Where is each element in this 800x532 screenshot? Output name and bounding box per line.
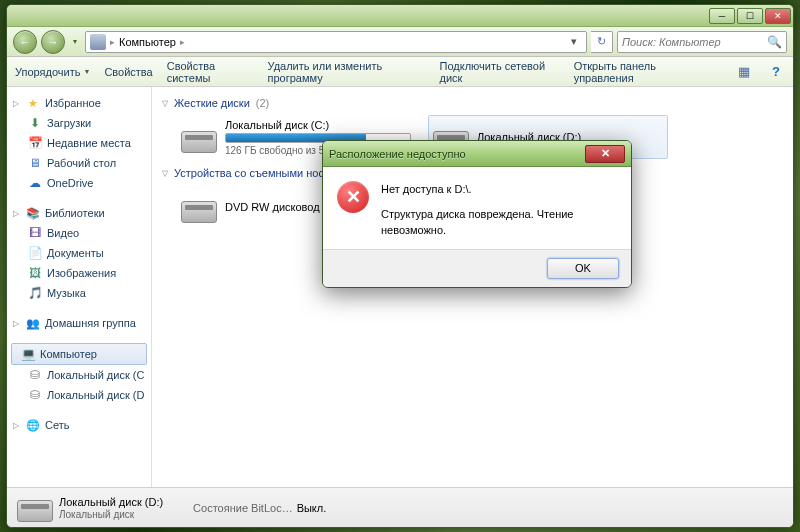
sidebar-item-label: Изображения [47, 267, 116, 279]
sidebar-group-избранное[interactable]: ▷★Избранное [7, 93, 151, 113]
chevron-down-icon: ▽ [162, 169, 168, 178]
command-bar: Упорядочить▼ Свойства Свойства системы У… [7, 57, 793, 87]
search-input[interactable] [622, 36, 767, 48]
chevron-icon: ▷ [13, 209, 21, 218]
sidebar-item-label: Локальный диск (C [47, 369, 144, 381]
sidebar-item[interactable]: ⬇Загрузки [7, 113, 151, 133]
chevron-icon: ▷ [13, 319, 21, 328]
home-icon: 👥 [25, 315, 41, 331]
sidebar-group-label: Компьютер [40, 348, 97, 360]
status-drive-name: Локальный диск (D:) [59, 496, 163, 508]
sidebar-item[interactable]: ☁OneDrive [7, 173, 151, 193]
forward-button[interactable]: → [41, 30, 65, 54]
drive-label: Локальный диск (C:) [225, 119, 411, 131]
search-box[interactable]: 🔍 [617, 31, 787, 53]
sidebar-item[interactable]: 🎞Видео [7, 223, 151, 243]
sidebar-item[interactable]: ⛁Локальный диск (D [7, 385, 151, 405]
sidebar-item-label: Локальный диск (D [47, 389, 144, 401]
img-icon: 🖼 [27, 265, 43, 281]
navigation-pane: ▷★Избранное⬇Загрузки📅Недавние места🖥Рабо… [7, 87, 152, 487]
bitlocker-value: Выкл. [297, 502, 327, 514]
breadcrumb-sep-icon[interactable]: ▸ [180, 37, 185, 47]
control-panel-button[interactable]: Открыть панель управления [574, 60, 707, 84]
details-pane: Локальный диск (D:) Локальный диск Состо… [7, 487, 793, 527]
section-hard-drives[interactable]: ▽ Жесткие диски (2) [162, 97, 783, 109]
sidebar-group-библиотеки[interactable]: ▷📚Библиотеки [7, 203, 151, 223]
comp-icon: 💻 [20, 346, 36, 362]
music-icon: 🎵 [27, 285, 43, 301]
computer-icon [90, 34, 106, 50]
desktop-icon: 🖥 [27, 155, 43, 171]
breadcrumb-sep-icon: ▸ [110, 37, 115, 47]
breadcrumb-location[interactable]: Компьютер [119, 36, 176, 48]
onedrive-icon: ☁ [27, 175, 43, 191]
back-button[interactable]: ← [13, 30, 37, 54]
hdd-icon: ⛁ [27, 367, 43, 383]
titlebar: ─ ☐ ✕ [7, 5, 793, 27]
dvd-drive-icon [181, 191, 217, 223]
sidebar-group-сеть[interactable]: ▷🌐Сеть [7, 415, 151, 435]
section-count: (2) [256, 97, 269, 109]
sidebar-item-label: Недавние места [47, 137, 131, 149]
dialog-message-line2: Структура диска повреждена. Чтение невоз… [381, 206, 617, 239]
video-icon: 🎞 [27, 225, 43, 241]
dl-icon: ⬇ [27, 115, 43, 131]
dialog-titlebar[interactable]: Расположение недоступно ✕ [323, 141, 631, 167]
sidebar-group-label: Избранное [45, 97, 101, 109]
sidebar-item[interactable]: 📄Документы [7, 243, 151, 263]
sidebar-item[interactable]: 🖼Изображения [7, 263, 151, 283]
system-properties-button[interactable]: Свойства системы [167, 60, 254, 84]
sidebar-item-label: Музыка [47, 287, 86, 299]
sidebar-item[interactable]: ⛁Локальный диск (C [7, 365, 151, 385]
nav-bar: ← → ▾ ▸ Компьютер ▸ ▾ ↻ 🔍 [7, 27, 793, 57]
status-drive-type: Локальный диск [59, 509, 163, 520]
history-dropdown[interactable]: ▾ [69, 37, 81, 46]
sidebar-item[interactable]: 📅Недавние места [7, 133, 151, 153]
dialog-close-button[interactable]: ✕ [585, 145, 625, 163]
hdd-icon [181, 121, 217, 153]
section-title: Жесткие диски [174, 97, 250, 109]
chevron-icon: ▷ [13, 421, 21, 430]
sidebar-item-label: Видео [47, 227, 79, 239]
map-network-drive-button[interactable]: Подключить сетевой диск [440, 60, 560, 84]
dialog-title: Расположение недоступно [329, 148, 585, 160]
refresh-button[interactable]: ↻ [591, 31, 613, 53]
properties-button[interactable]: Свойства [104, 66, 152, 78]
sidebar-item[interactable]: 🎵Музыка [7, 283, 151, 303]
hdd-icon: ⛁ [27, 387, 43, 403]
chevron-down-icon: ▽ [162, 99, 168, 108]
sidebar-item-label: Загрузки [47, 117, 91, 129]
bitlocker-label: Состояние BitLoc… [193, 502, 293, 514]
sidebar-group-домашняя группа[interactable]: ▷👥Домашняя группа [7, 313, 151, 333]
view-options-button[interactable]: ▦ [734, 62, 752, 82]
organize-menu[interactable]: Упорядочить▼ [15, 66, 90, 78]
minimize-button[interactable]: ─ [709, 8, 735, 24]
search-icon[interactable]: 🔍 [767, 35, 782, 49]
maximize-button[interactable]: ☐ [737, 8, 763, 24]
sidebar-item-label: Рабочий стол [47, 157, 116, 169]
address-dropdown[interactable]: ▾ [566, 35, 582, 48]
sidebar-group-label: Библиотеки [45, 207, 105, 219]
address-bar[interactable]: ▸ Компьютер ▸ ▾ [85, 31, 587, 53]
window-close-button[interactable]: ✕ [765, 8, 791, 24]
sidebar-group-label: Домашняя группа [45, 317, 136, 329]
sidebar-group-label: Сеть [45, 419, 69, 431]
ok-button[interactable]: OK [547, 258, 619, 279]
sidebar-item-label: Документы [47, 247, 104, 259]
uninstall-program-button[interactable]: Удалить или изменить программу [268, 60, 426, 84]
chevron-icon: ▷ [13, 99, 21, 108]
lib-icon: 📚 [25, 205, 41, 221]
sidebar-item-label: OneDrive [47, 177, 93, 189]
error-icon: ✕ [337, 181, 369, 213]
doc-icon: 📄 [27, 245, 43, 261]
recent-icon: 📅 [27, 135, 43, 151]
dialog-message-line1: Нет доступа к D:\. [381, 181, 617, 198]
sidebar-item[interactable]: 🖥Рабочий стол [7, 153, 151, 173]
star-icon: ★ [25, 95, 41, 111]
error-dialog: Расположение недоступно ✕ ✕ Нет доступа … [322, 140, 632, 288]
sidebar-group-компьютер[interactable]: 💻Компьютер [11, 343, 147, 365]
net-icon: 🌐 [25, 417, 41, 433]
help-button[interactable]: ? [767, 62, 785, 82]
hdd-icon [17, 494, 49, 522]
